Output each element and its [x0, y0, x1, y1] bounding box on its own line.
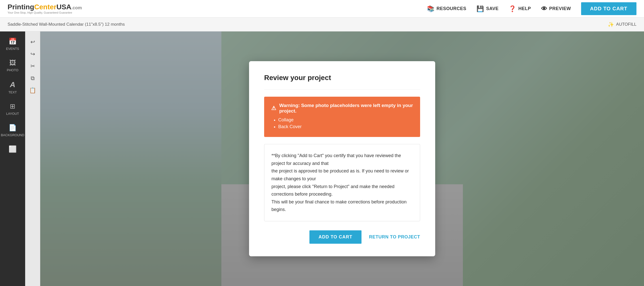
modal-overlay: Review your project ⚠ Warning: Some phot…: [40, 31, 644, 286]
modal-footer: ADD TO CART RETURN TO PROJECT: [264, 230, 420, 244]
modal-return-to-project-link[interactable]: RETURN TO PROJECT: [369, 234, 420, 240]
warning-item-back-cover: Back Cover: [278, 124, 413, 129]
cert-text-2: the project is approved to be produced a…: [271, 167, 413, 183]
cert-text-4: This will be your final chance to make c…: [271, 198, 413, 213]
tool-column: ↩ ↪ ✂ ⧉ 📋: [25, 31, 40, 286]
copy-icon: ⧉: [31, 75, 35, 82]
resources-label: RESOURCES: [436, 6, 466, 11]
certification-box: **By clicking "Add to Cart" you certify …: [264, 144, 420, 221]
save-label: SAVE: [486, 6, 499, 11]
redo-button[interactable]: ↪: [27, 49, 38, 60]
sidebar-item-events-label: EVENTS: [6, 47, 19, 51]
warning-list: Collage Back Cover: [271, 117, 413, 129]
warning-header-text: Warning: Some photo placeholders were le…: [279, 103, 413, 114]
sidebar-item-events[interactable]: 📅 EVENTS: [0, 34, 25, 54]
sidebar-item-layout[interactable]: ⊞ LAYOUT: [0, 99, 25, 119]
breadcrumb-bar: Saddle-Stitched Wall-Mounted Calendar (1…: [0, 18, 644, 31]
modal-divider: [264, 89, 420, 90]
canvas-area: Review your project ⚠ Warning: Some phot…: [40, 31, 644, 286]
resources-nav-item[interactable]: 📚 RESOURCES: [427, 5, 466, 12]
top-navigation: PrintingCenterUSA.com Your One-Stop, Hig…: [0, 0, 644, 18]
warning-header: ⚠ Warning: Some photo placeholders were …: [271, 103, 413, 114]
save-nav-item[interactable]: 💾 SAVE: [476, 5, 499, 12]
left-sidebar: 📅 EVENTS 🖼 PHOTO A TEXT ⊞ LAYOUT 📄 BACKG…: [0, 31, 25, 286]
review-project-modal: Review your project ⚠ Warning: Some phot…: [249, 61, 435, 256]
nav-right: 📚 RESOURCES 💾 SAVE ❓ HELP 👁 PREVIEW ADD …: [427, 2, 636, 15]
autofill-label: AUTOFILL: [616, 22, 636, 27]
photo-icon: 🖼: [9, 59, 16, 67]
breadcrumb: Saddle-Stitched Wall-Mounted Calendar (1…: [8, 22, 125, 27]
cut-icon: ✂: [30, 63, 35, 69]
preview-icon: 👁: [541, 5, 547, 12]
sidebar-item-background[interactable]: 📄 BACKGROUND: [0, 120, 25, 140]
sidebar-item-text-label: TEXT: [8, 90, 17, 94]
logo-printing: Printing: [8, 3, 34, 11]
text-icon: A: [10, 80, 15, 89]
paste-icon: 📋: [29, 87, 36, 94]
autofill-icon: ✨: [608, 21, 614, 27]
background-icon: 📄: [9, 124, 17, 132]
layout-icon: ⊞: [10, 102, 15, 110]
warning-box: ⚠ Warning: Some photo placeholders were …: [264, 97, 420, 137]
logo-usa: USA: [56, 3, 71, 11]
sidebar-item-layout-label: LAYOUT: [6, 112, 19, 116]
cut-button[interactable]: ✂: [27, 61, 38, 72]
add-to-cart-header-button[interactable]: ADD TO CART: [581, 2, 636, 15]
warning-item-collage: Collage: [278, 117, 413, 123]
logo: PrintingCenterUSA.com Your One-Stop, Hig…: [8, 4, 82, 14]
sidebar-item-photo-label: PHOTO: [7, 68, 18, 72]
modal-add-to-cart-button[interactable]: ADD TO CART: [309, 230, 361, 244]
undo-button[interactable]: ↩: [27, 37, 38, 48]
modal-title: Review your project: [264, 74, 420, 82]
save-icon: 💾: [476, 5, 484, 12]
help-nav-item[interactable]: ❓ HELP: [509, 5, 531, 12]
help-icon: ❓: [509, 5, 516, 12]
main-area: 📅 EVENTS 🖼 PHOTO A TEXT ⊞ LAYOUT 📄 BACKG…: [0, 31, 644, 286]
sidebar-item-text[interactable]: A TEXT: [0, 77, 25, 98]
warning-triangle-icon: ⚠: [271, 105, 276, 112]
undo-icon: ↩: [30, 39, 35, 45]
logo-com: .com: [71, 5, 82, 10]
cert-text-3: project, please click "Return to Project…: [271, 183, 413, 198]
resources-icon: 📚: [427, 5, 435, 12]
events-icon: 📅: [9, 38, 17, 45]
preview-nav-item[interactable]: 👁 PREVIEW: [541, 5, 571, 12]
copy-button[interactable]: ⧉: [27, 73, 38, 84]
extra-icon: ⬜: [9, 145, 17, 153]
sidebar-item-extra[interactable]: ⬜: [0, 142, 25, 157]
redo-icon: ↪: [30, 51, 35, 57]
autofill-button[interactable]: ✨ AUTOFILL: [608, 21, 636, 27]
paste-button[interactable]: 📋: [27, 85, 38, 96]
help-label: HELP: [518, 6, 531, 11]
sidebar-item-photo[interactable]: 🖼 PHOTO: [0, 55, 25, 76]
cert-text-1: **By clicking "Add to Cart" you certify …: [271, 152, 413, 167]
logo-tagline: Your One-Stop, High Quality, Guaranteed …: [8, 11, 82, 14]
logo-center: Center: [34, 3, 57, 11]
sidebar-item-background-label: BACKGROUND: [1, 133, 24, 137]
preview-label: PREVIEW: [549, 6, 571, 11]
